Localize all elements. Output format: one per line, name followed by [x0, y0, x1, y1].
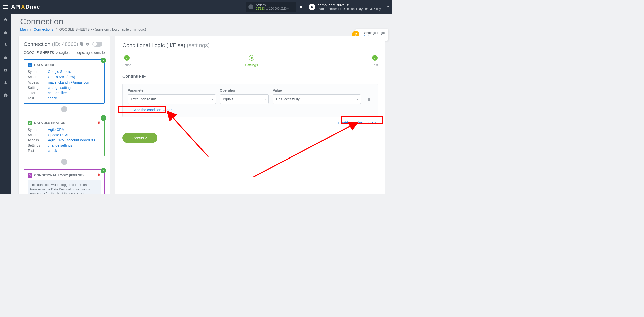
kv-link[interactable]: Agile CRM (account added 03	[48, 138, 95, 142]
nav-account-icon[interactable]	[0, 79, 11, 87]
kv-link[interactable]: Google Sheets	[48, 70, 71, 74]
section-continue-if: Continue IF	[122, 74, 378, 79]
check-icon: ✓	[124, 55, 130, 61]
kv-value: change filter	[48, 91, 101, 95]
gear-icon[interactable]	[85, 42, 89, 46]
kv-value: Update DEAL	[48, 133, 101, 137]
info-icon: i	[248, 4, 253, 9]
chevron-down-icon: ▾	[212, 97, 213, 101]
delete-condition-icon[interactable]	[365, 94, 373, 104]
kv-link[interactable]: maverickandrii@gmail.com	[48, 80, 90, 84]
plan-line: Plan |Premium PRO| left until payment 32…	[318, 7, 382, 11]
copy-icon[interactable]	[80, 42, 84, 46]
value-select[interactable]: Unsuccessfully▾	[273, 94, 361, 104]
step1-title: DATA SOURCE	[34, 63, 58, 67]
continue-button[interactable]: Continue	[122, 133, 157, 143]
panel-title: Conditional Logic (If/Else) (settings)	[122, 42, 378, 49]
kv-link[interactable]: change settings	[48, 143, 72, 147]
label-parameter: Parameter	[128, 88, 216, 92]
actions-label: Actions:	[256, 3, 293, 7]
stepper-action[interactable]: ✓ Action	[122, 55, 131, 67]
kv-link[interactable]: Get ROWS (new)	[48, 75, 75, 79]
label-value: Value	[273, 88, 361, 92]
stepper: ✓ Action Settings ✓ Test	[122, 55, 378, 67]
kv-link[interactable]: check	[48, 96, 57, 100]
svg-line-1	[254, 125, 352, 177]
kv-key: Filter	[28, 91, 48, 95]
breadcrumb-connections[interactable]: Connections	[34, 27, 53, 31]
add-or-button[interactable]: ＋Add condition «OR»	[335, 120, 378, 126]
step3-title: CONDITIONAL LOGIC (IF/ELSE)	[34, 173, 84, 177]
plus-icon: ＋	[337, 121, 340, 125]
nav-connections-icon[interactable]	[0, 29, 11, 36]
actions-counter[interactable]: i Actions: 22'123 of 100'000 (22%)	[246, 2, 296, 12]
kv-link[interactable]: Agile CRM	[48, 128, 65, 132]
sidebar	[0, 14, 11, 194]
help-title: Settings Logic	[364, 31, 385, 35]
user-menu[interactable]: demo_apix_drive_s3 Plan |Premium PRO| le…	[306, 3, 392, 11]
stepper-settings[interactable]: Settings	[245, 55, 258, 67]
kv-link[interactable]: Update DEAL	[48, 133, 69, 137]
settings-panel: Conditional Logic (If/Else) (settings) ✓…	[115, 36, 385, 194]
add-and-button[interactable]: ＋Add the condition «And»	[128, 107, 174, 113]
topbar: APIXDrive i Actions: 22'123 of 100'000 (…	[0, 0, 392, 14]
annotation-arrow	[246, 122, 359, 182]
nav-help-icon[interactable]	[0, 92, 11, 99]
nav-billing-icon[interactable]	[0, 41, 11, 49]
annotation-arrow	[166, 111, 216, 162]
kv-value: Google Sheets	[48, 70, 101, 74]
step-data-source[interactable]: ✓ 1DATA SOURCE SystemGoogle SheetsAction…	[24, 59, 105, 104]
actions-value: 22'123 of 100'000 (22%)	[256, 7, 293, 10]
notifications-icon[interactable]	[296, 5, 306, 9]
kv-link[interactable]: check	[48, 149, 57, 153]
nav-video-icon[interactable]	[0, 66, 11, 74]
step2-title: DATA DESTINATION	[34, 121, 65, 125]
page-header: Connection Main / Connections / GOOGLE S…	[11, 14, 392, 36]
kv-value: Get ROWS (new)	[48, 75, 101, 79]
kv-key: Settings	[28, 86, 48, 90]
delete-step-icon[interactable]	[97, 173, 101, 178]
kv-value: change settings	[48, 143, 101, 147]
add-step-button[interactable]: +	[61, 159, 67, 165]
check-badge-icon: ✓	[101, 115, 106, 121]
plus-icon: ＋	[129, 108, 133, 112]
kv-value: maverickandrii@gmail.com	[48, 80, 101, 84]
kv-key: System	[28, 128, 48, 132]
nav-home-icon[interactable]	[0, 16, 11, 24]
step3-description: This condition will be triggered if the …	[28, 180, 101, 194]
kv-key: Test	[28, 149, 48, 153]
kv-value: Agile CRM (account added 03	[48, 138, 101, 142]
breadcrumb-current: GOOGLE SHEETS -> (agile crm, logic, agil…	[59, 27, 146, 31]
add-step-button[interactable]: +	[61, 106, 67, 112]
kv-value: check	[48, 149, 101, 153]
chevron-down-icon: ▾	[357, 97, 358, 101]
kv-link[interactable]: change settings	[48, 86, 72, 90]
parameter-select[interactable]: Execution result▾	[128, 94, 216, 104]
kv-key: Test	[28, 96, 48, 100]
kv-link[interactable]: change filter	[48, 91, 67, 95]
step-data-destination[interactable]: ✓ 2DATA DESTINATION SystemAgile CRMActio…	[24, 117, 105, 156]
step-conditional-logic[interactable]: ✓ 3CONDITIONAL LOGIC (IF/ELSE) This cond…	[24, 169, 105, 194]
connection-title: Connection (ID: 48060)	[24, 41, 105, 47]
nav-work-icon[interactable]	[0, 54, 11, 61]
active-step-icon	[249, 55, 254, 61]
breadcrumb-main[interactable]: Main	[20, 27, 28, 31]
condition-block: Parameter Execution result▾ Operation eq…	[122, 84, 378, 117]
check-icon: ✓	[372, 55, 378, 61]
connection-panel: Connection (ID: 48060) GOOGLE SHEETS -> …	[19, 36, 110, 194]
chevron-down-icon: ▾	[387, 5, 389, 9]
operation-select[interactable]: equals▾	[220, 94, 269, 104]
kv-value: change settings	[48, 86, 101, 90]
kv-key: System	[28, 70, 48, 74]
connection-subtitle: GOOGLE SHEETS -> (agile crm, logic, agil…	[24, 51, 105, 55]
breadcrumb: Main / Connections / GOOGLE SHEETS -> (a…	[20, 27, 383, 31]
delete-step-icon[interactable]	[97, 120, 101, 125]
menu-toggle[interactable]	[0, 0, 11, 14]
logo[interactable]: APIXDrive	[11, 4, 40, 10]
kv-value: Agile CRM	[48, 128, 101, 132]
avatar-icon	[309, 4, 315, 10]
label-operation: Operation	[220, 88, 269, 92]
connection-toggle[interactable]	[92, 42, 102, 47]
stepper-test[interactable]: ✓ Test	[372, 55, 378, 67]
kv-key: Action	[28, 75, 48, 79]
